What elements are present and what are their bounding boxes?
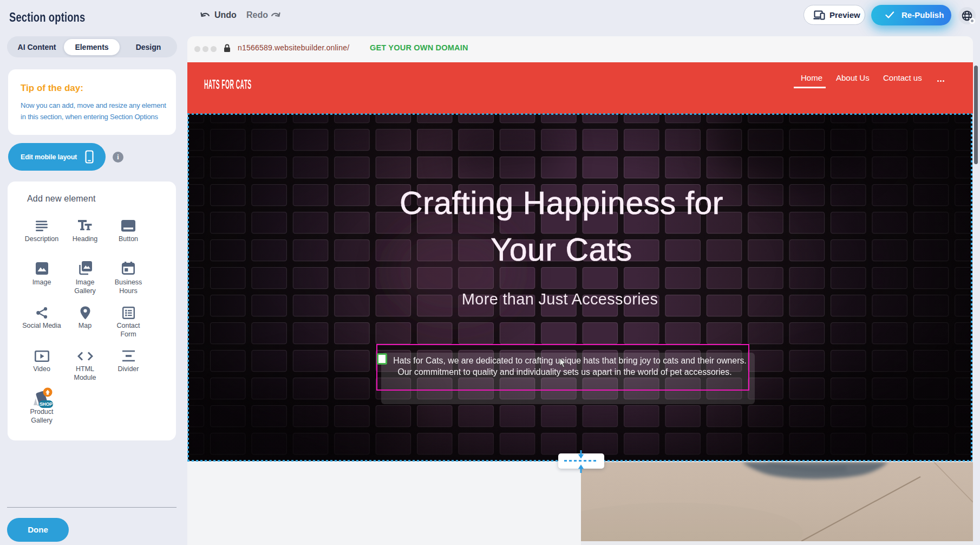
svg-text:SHOP: SHOP [40,401,53,407]
